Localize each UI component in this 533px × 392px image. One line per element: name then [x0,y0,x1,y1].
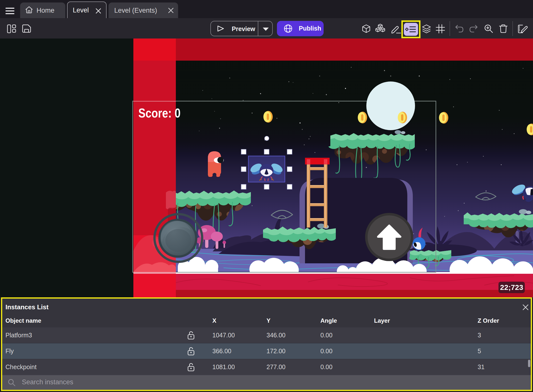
svg-text:22;723: 22;723 [500,283,523,291]
svg-text:Score: 0: Score: 0 [138,106,181,120]
